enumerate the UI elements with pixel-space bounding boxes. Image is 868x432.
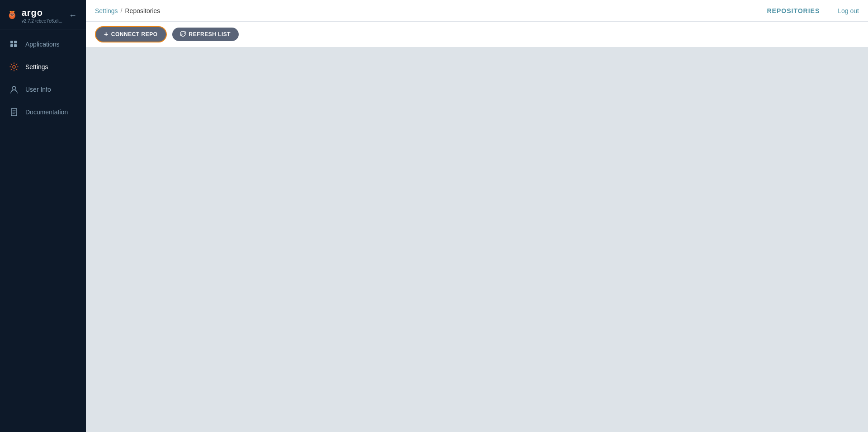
svg-point-4 bbox=[11, 14, 12, 14]
repositories-title: REPOSITORIES bbox=[767, 7, 820, 14]
svg-point-15 bbox=[13, 66, 15, 68]
sidebar-item-settings[interactable]: Settings bbox=[0, 56, 86, 78]
connect-repo-label: CONNECT REPO bbox=[111, 31, 158, 38]
logo-title: argo bbox=[22, 8, 62, 18]
svg-point-2 bbox=[10, 14, 12, 15]
sidebar-item-documentation-label: Documentation bbox=[25, 108, 68, 116]
connect-repo-plus-icon: + bbox=[104, 30, 108, 38]
svg-rect-14 bbox=[14, 44, 17, 47]
argo-logo-icon bbox=[7, 6, 17, 24]
refresh-list-button[interactable]: REFRESH LIST bbox=[172, 28, 239, 41]
topbar-right: REPOSITORIES Log out bbox=[767, 7, 859, 14]
sidebar-item-applications[interactable]: Applications bbox=[0, 33, 86, 56]
svg-rect-12 bbox=[14, 41, 17, 43]
svg-point-9 bbox=[10, 11, 11, 12]
svg-point-16 bbox=[12, 86, 16, 90]
sidebar-item-applications-label: Applications bbox=[25, 41, 60, 48]
action-bar: + CONNECT REPO REFRESH LIST bbox=[86, 22, 868, 47]
refresh-list-label: REFRESH LIST bbox=[189, 31, 231, 38]
topbar: Settings / Repositories REPOSITORIES Log… bbox=[86, 0, 868, 22]
svg-rect-13 bbox=[10, 44, 13, 47]
logo-version: v2.7.2+cbee7e6.di... bbox=[22, 19, 62, 23]
documentation-icon bbox=[9, 107, 19, 117]
breadcrumb-current: Repositories bbox=[125, 7, 160, 14]
sidebar-nav: Applications Settings User Info bbox=[0, 29, 86, 123]
logout-button[interactable]: Log out bbox=[838, 7, 859, 14]
refresh-icon bbox=[180, 31, 186, 38]
svg-point-3 bbox=[13, 14, 14, 15]
sidebar-logo-area: argo v2.7.2+cbee7e6.di... ← bbox=[0, 0, 86, 29]
sidebar-item-user-info-label: User Info bbox=[25, 86, 51, 93]
content-area bbox=[86, 47, 868, 432]
main-content: Settings / Repositories REPOSITORIES Log… bbox=[86, 0, 868, 432]
connect-repo-button[interactable]: + CONNECT REPO bbox=[95, 26, 167, 42]
breadcrumb-settings[interactable]: Settings bbox=[95, 7, 118, 14]
sidebar-item-user-info[interactable]: User Info bbox=[0, 78, 86, 101]
sidebar-item-settings-label: Settings bbox=[25, 63, 48, 70]
settings-icon bbox=[9, 62, 19, 72]
applications-icon bbox=[9, 39, 19, 49]
breadcrumb: Settings / Repositories bbox=[95, 7, 160, 14]
svg-rect-11 bbox=[10, 41, 13, 43]
sidebar-item-documentation[interactable]: Documentation bbox=[0, 101, 86, 123]
logo-text: argo v2.7.2+cbee7e6.di... bbox=[22, 8, 62, 23]
svg-point-5 bbox=[13, 14, 14, 14]
sidebar: argo v2.7.2+cbee7e6.di... ← Applications bbox=[0, 0, 86, 432]
user-info-icon bbox=[9, 85, 19, 94]
back-button[interactable]: ← bbox=[67, 11, 79, 20]
breadcrumb-separator: / bbox=[121, 7, 123, 14]
svg-point-10 bbox=[13, 11, 14, 12]
